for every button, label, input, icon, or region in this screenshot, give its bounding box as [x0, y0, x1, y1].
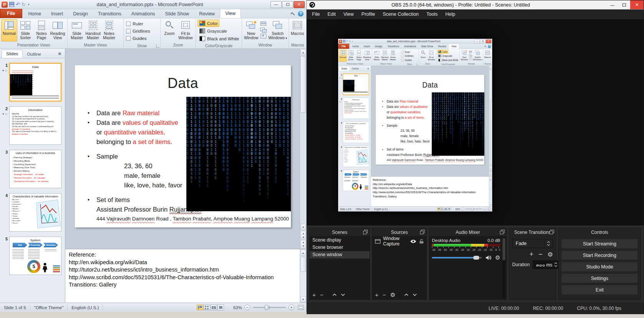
reading-view-status-icon[interactable] — [444, 207, 448, 210]
normal-view-status-icon[interactable] — [437, 207, 441, 210]
slides-tab[interactable]: Slides — [2, 50, 23, 58]
slide-body-text[interactable]: •Data are Raw material•Data are values o… — [382, 99, 432, 162]
notes-scrollbar[interactable]: ▲ ▼ — [300, 249, 306, 303]
grayscale-button[interactable]: Grayscale — [437, 54, 453, 58]
reading-view-status-icon[interactable] — [211, 305, 217, 310]
slide-sorter-status-icon[interactable] — [204, 305, 210, 310]
notes-text[interactable]: Reference:http://en.wikipedia.org/wiki/D… — [69, 251, 298, 302]
menu-edit[interactable]: Edit — [324, 10, 340, 19]
close-button[interactable]: ✕ — [630, 0, 644, 9]
normal-view-status-icon[interactable] — [197, 305, 203, 310]
minimize-ribbon-icon[interactable] — [484, 45, 486, 48]
volume-slider[interactable] — [432, 257, 482, 258]
slide-thumbnail-3[interactable]: 3 Uses of information in a business • Pl… — [1, 150, 63, 188]
tab-insert[interactable]: Insert — [46, 10, 68, 18]
remove-transition-icon[interactable]: − — [538, 252, 543, 257]
undo-icon[interactable]: ↶ — [346, 40, 348, 43]
slide-thumbnail-2[interactable]: 2✦☆ Information Data that(1) has been ve… — [1, 106, 63, 145]
tab-slide-show[interactable]: Slide Show — [418, 44, 435, 49]
scene-item[interactable]: Scene browser — [310, 244, 370, 251]
menu-profile[interactable]: Profile — [358, 10, 379, 19]
maximize-button[interactable] — [480, 39, 486, 43]
tab-view[interactable]: View — [220, 9, 241, 18]
close-panel-icon[interactable]: ✕ — [365, 67, 371, 71]
scroll-up-icon[interactable]: ▲ — [300, 49, 306, 55]
guides-checkbox[interactable]: Guides — [402, 58, 412, 62]
language-indicator[interactable]: English (U.S.) — [372, 207, 390, 211]
close-panel-icon[interactable]: ✕ — [55, 51, 65, 58]
slide-thumbnail-4[interactable]: 4 Characteristics of valuable informatio… — [339, 146, 370, 167]
slides-tab[interactable]: Slides — [339, 66, 350, 71]
black-and-white-button[interactable]: Black and White — [437, 58, 459, 62]
notes-page-button[interactable]: Notes Page — [355, 50, 363, 62]
minimize-ribbon-icon[interactable] — [290, 12, 295, 16]
obs-preview-canvas[interactable]: P ↶ ↻ ▾ data_and_information.pptx - Micr… — [307, 19, 644, 225]
save-icon[interactable] — [9, 2, 14, 7]
show-dialog-launcher-icon[interactable] — [156, 44, 159, 48]
redo-icon[interactable]: ↻ — [22, 2, 26, 7]
minimize-button[interactable]: — — [606, 0, 618, 9]
tab-animations[interactable]: Animations — [402, 44, 418, 49]
cascade-windows-icon[interactable] — [260, 28, 267, 33]
slide-canvas[interactable]: Data •Data are Raw material•Data are val… — [75, 65, 291, 227]
zoom-in-button[interactable]: + — [483, 207, 486, 210]
zoom-button[interactable]: Zoom — [162, 19, 177, 41]
menu-help[interactable]: Help — [442, 10, 459, 19]
macros-button[interactable]: Macros — [290, 19, 305, 41]
transition-properties-gear-icon[interactable]: ⚙ — [548, 252, 553, 257]
notes-scrollbar[interactable]: ▲ ▼ — [489, 177, 492, 206]
remove-scene-icon[interactable]: − — [320, 292, 324, 298]
move-scene-down-icon[interactable] — [341, 293, 345, 296]
color-button[interactable]: Color — [437, 50, 448, 54]
slide-thumbnail-5[interactable]: 5 System Data Processing Information 5 — [1, 237, 63, 275]
tab-home[interactable]: Home — [23, 10, 46, 18]
slide-thumbnail-3[interactable]: 3 Uses of information in a business • Pl… — [339, 122, 370, 143]
zoom-level[interactable]: 63% — [453, 208, 460, 210]
move-scene-up-icon[interactable] — [332, 293, 337, 296]
gridlines-checkbox[interactable]: Gridlines — [126, 27, 150, 35]
zoom-slider-thumb[interactable] — [265, 305, 268, 310]
ruler-checkbox[interactable]: Ruler — [126, 20, 143, 27]
close-button[interactable]: ✕ — [294, 1, 305, 8]
ruler-checkbox[interactable]: Ruler — [402, 50, 410, 54]
scrollbar-thumb[interactable] — [300, 257, 306, 272]
minimize-button[interactable]: — — [271, 1, 282, 8]
menu-view[interactable]: View — [340, 10, 358, 19]
source-item-window-capture[interactable]: Window Capture — [372, 237, 427, 246]
slide-sorter-button[interactable]: Slide Sorter — [347, 50, 355, 62]
cascade-windows-icon[interactable] — [469, 54, 472, 57]
tab-slide-show[interactable]: Slide Show — [160, 10, 194, 18]
notes-page-button[interactable]: Notes Page — [33, 19, 50, 41]
slide-master-button[interactable]: Slide Master — [373, 50, 381, 62]
slide-show-status-icon[interactable] — [217, 305, 224, 310]
save-icon[interactable] — [343, 40, 345, 43]
slide-scrollbar[interactable]: ▲ ▼ ▲▲ ▼▼ — [300, 49, 306, 249]
notes-text[interactable]: Reference:http://en.wikipedia.org/wiki/D… — [373, 178, 488, 206]
zoom-out-button[interactable]: − — [461, 207, 464, 210]
reading-view-button[interactable]: Reading View — [363, 50, 371, 62]
popout-dock-icon[interactable] — [549, 230, 554, 234]
settings-button[interactable]: Settings — [561, 273, 638, 283]
exit-button[interactable]: Exit — [561, 285, 638, 295]
move-split-icon[interactable]: ✛ — [260, 34, 267, 39]
tab-design[interactable]: Design — [68, 10, 93, 18]
arrange-all-icon[interactable] — [469, 51, 472, 53]
previous-slide-button[interactable]: ▲▲ — [300, 231, 306, 239]
start-streaming-button[interactable]: Start Streaming — [561, 239, 638, 248]
new-window-button[interactable]: ✸ New Window — [243, 19, 259, 41]
zoom-button[interactable]: Zoom — [420, 50, 427, 62]
menu-file[interactable]: File — [308, 10, 324, 19]
fit-to-window-button[interactable]: Fit to Window — [427, 50, 436, 62]
add-source-icon[interactable]: + — [375, 292, 378, 298]
mixer-gear-icon[interactable]: ⚙ — [495, 255, 500, 260]
outline-tab[interactable]: Outline — [350, 67, 361, 71]
obs-preview-capture[interactable]: P ↶ ↻ ▾ data_and_information.pptx - Micr… — [338, 39, 492, 212]
add-transition-icon[interactable]: + — [529, 252, 534, 257]
handout-master-button[interactable]: Handout Master — [85, 19, 101, 41]
macros-button[interactable]: Macros — [484, 50, 491, 62]
zoom-slider[interactable] — [465, 209, 482, 209]
tab-transitions[interactable]: Transitions — [385, 44, 402, 49]
spinbox-arrows-icon[interactable] — [553, 262, 559, 267]
notes-master-button[interactable]: Notes Master — [389, 50, 397, 62]
scrollbar-thumb[interactable] — [489, 181, 492, 189]
